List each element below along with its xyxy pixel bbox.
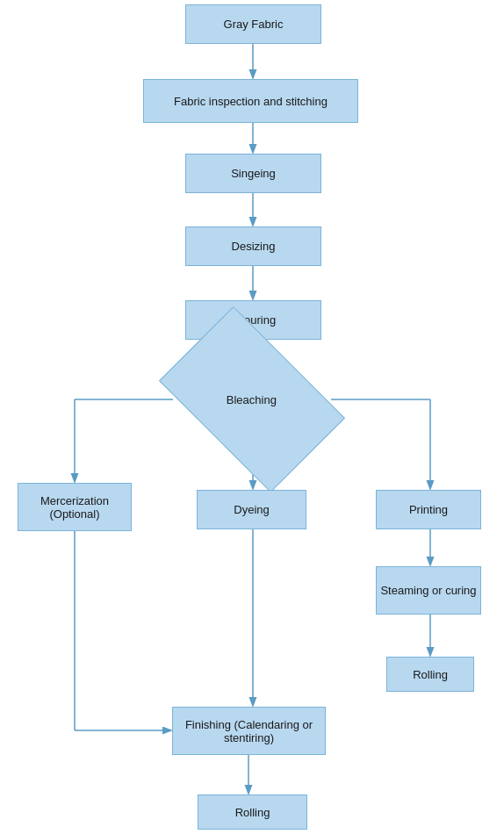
mercerization-label: Mercerization (Optional) (18, 494, 131, 521)
singeing-box: Singeing (185, 154, 321, 193)
singeing-label: Singeing (231, 167, 276, 180)
inspection-box: Fabric inspection and stitching (143, 79, 358, 123)
bleaching-label: Bleaching (227, 392, 277, 406)
finishing-label: Finishing (Calendaring or stentiring) (173, 718, 325, 744)
printing-label: Printing (409, 503, 448, 516)
steaming-box: Steaming or curing (376, 566, 481, 615)
finishing-box: Finishing (Calendaring or stentiring) (172, 707, 326, 755)
desizing-box: Desizing (185, 226, 321, 266)
rolling1-label: Rolling (413, 668, 448, 681)
rolling2-box: Rolling (198, 794, 307, 830)
dyeing-box: Dyeing (197, 490, 306, 529)
gray-fabric-box: Gray Fabric (185, 4, 321, 44)
dyeing-label: Dyeing (234, 503, 269, 516)
printing-box: Printing (376, 490, 481, 529)
desizing-label: Desizing (232, 240, 276, 253)
inspection-label: Fabric inspection and stitching (174, 95, 328, 108)
mercerization-box: Mercerization (Optional) (18, 483, 132, 531)
gray-fabric-label: Gray Fabric (224, 18, 284, 31)
rolling1-box: Rolling (386, 657, 474, 692)
steaming-label: Steaming or curing (380, 584, 476, 597)
flowchart: Gray Fabric Fabric inspection and stitch… (0, 0, 504, 834)
rolling2-label: Rolling (235, 806, 270, 819)
